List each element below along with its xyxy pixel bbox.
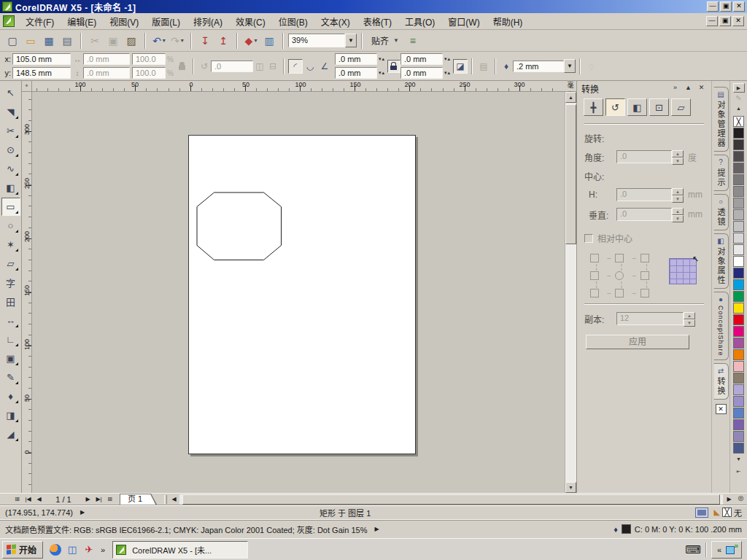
tab-transform[interactable]: ⇄转换 xyxy=(713,363,729,400)
open-button[interactable]: ▭ xyxy=(22,32,39,50)
input-method-icon[interactable]: ⌨ xyxy=(685,543,701,556)
menu-item-2[interactable]: 视图(V) xyxy=(103,14,145,29)
redo-button[interactable]: ↷▾ xyxy=(169,32,186,50)
color-swatch[interactable] xyxy=(733,198,744,209)
canvas[interactable] xyxy=(32,92,565,493)
media-player-icon[interactable] xyxy=(49,543,62,556)
round-corner-button[interactable]: ◜ xyxy=(288,59,303,74)
menu-item-3[interactable]: 版面(L) xyxy=(145,14,187,29)
color-swatch[interactable] xyxy=(733,408,744,419)
document-icon[interactable] xyxy=(3,15,15,27)
angle-input[interactable]: .0 xyxy=(616,150,672,163)
color-swatch[interactable] xyxy=(733,256,744,267)
menu-item-7[interactable]: 文本(X) xyxy=(314,14,357,29)
object-height-input[interactable]: .0 mm xyxy=(83,67,130,79)
horizontal-scroll-thumb[interactable] xyxy=(182,494,720,505)
relative-center-checkbox[interactable] xyxy=(584,234,593,243)
ellipse-tool[interactable]: ○ xyxy=(1,217,20,235)
tray-collapse-chevron[interactable]: « xyxy=(716,545,723,554)
lock-ratio-button[interactable] xyxy=(176,60,189,73)
spinner[interactable]: ▾▴ xyxy=(444,56,451,62)
color-swatch[interactable] xyxy=(733,244,744,255)
spinner[interactable]: ▾▴ xyxy=(379,56,385,62)
minimize-button[interactable]: — xyxy=(707,1,719,12)
vertical-scroll-thumb[interactable] xyxy=(565,104,576,244)
tab-object-manager[interactable]: ▤对象管理器 xyxy=(713,87,729,152)
menu-item-6[interactable]: 位图(B) xyxy=(272,14,314,29)
anchor-point[interactable] xyxy=(615,254,624,262)
edit-corners-together-lock-button[interactable] xyxy=(387,60,400,73)
copy-button[interactable]: ▣ xyxy=(104,32,122,50)
tab-scroll-splitter[interactable] xyxy=(164,495,167,504)
horizontal-ruler[interactable]: 10050050100150200250300 xyxy=(32,81,565,92)
shape-tool[interactable]: ◥ xyxy=(1,103,20,121)
v-center-input[interactable]: .0 xyxy=(616,208,672,221)
object-x-input[interactable]: 105.0 mm xyxy=(12,53,71,65)
doc-restore-button[interactable]: ▣ xyxy=(719,16,731,26)
navigator-button[interactable]: ◎ xyxy=(735,494,747,505)
pick-tool[interactable]: ↖ xyxy=(1,84,20,102)
color-swatch[interactable] xyxy=(733,314,744,325)
page[interactable] xyxy=(188,135,416,454)
tab-object-properties[interactable]: ◧对象属性 xyxy=(713,233,729,289)
v-spinner[interactable]: ▲▼ xyxy=(672,208,684,221)
outline-color-swatch[interactable] xyxy=(622,524,631,534)
transform-scale-mirror-button[interactable]: ◧ xyxy=(627,98,647,116)
color-swatch[interactable] xyxy=(733,186,744,197)
docker-tabs-close-icon[interactable]: ✕ xyxy=(716,404,727,414)
basic-shapes-tool[interactable]: ▱ xyxy=(1,254,20,273)
color-swatch[interactable] xyxy=(733,396,744,407)
palette-scroll-up-button[interactable]: ▲ xyxy=(733,104,745,114)
import-button[interactable]: ↧ xyxy=(196,32,214,50)
network-status-icon[interactable] xyxy=(726,545,738,554)
anchor-point[interactable] xyxy=(640,254,649,262)
object-width-input[interactable]: .0 mm xyxy=(83,53,130,65)
save-button[interactable]: ▦ xyxy=(40,32,58,50)
to-front-button[interactable]: ◌ xyxy=(584,59,599,74)
zoom-dropdown-arrow[interactable]: ▼ xyxy=(345,34,357,47)
coreldraw-task-button[interactable]: CorelDRAW X5 - [未... xyxy=(112,541,248,559)
copies-spinner[interactable]: ▲▼ xyxy=(684,312,695,325)
fill-tool[interactable]: ◨ xyxy=(1,406,20,424)
hscroll-left-button[interactable]: ◀ xyxy=(169,494,179,505)
anchor-point[interactable] xyxy=(615,271,624,280)
color-swatch[interactable] xyxy=(733,233,744,244)
options-button[interactable]: ≡ xyxy=(404,32,422,50)
color-swatch[interactable] xyxy=(733,373,744,384)
color-swatch[interactable] xyxy=(733,419,744,430)
menu-item-5[interactable]: 效果(C) xyxy=(229,14,272,29)
doc-close-button[interactable]: ✕ xyxy=(732,16,744,26)
chamfered-corner-button[interactable]: ∠ xyxy=(317,59,332,74)
application-launcher-button[interactable]: ◆▾ xyxy=(242,32,260,50)
copies-input[interactable]: 12 xyxy=(616,312,684,325)
coreldraw-app-icon[interactable] xyxy=(2,1,12,12)
corner-radius-input-1[interactable]: .0 mm xyxy=(335,53,377,65)
anchor-point-grid[interactable]: ––¦¦¦––¦¦¦–– xyxy=(590,254,653,298)
anchor-point[interactable] xyxy=(590,271,599,280)
smart-fill-tool[interactable]: ◧ xyxy=(1,179,20,197)
browser-icon[interactable]: ◫ xyxy=(66,543,79,556)
color-swatch[interactable] xyxy=(733,128,744,139)
last-page-button[interactable]: ▶| xyxy=(93,494,104,505)
welcome-screen-button[interactable]: ▥ xyxy=(260,32,278,50)
corner-radius-input-2[interactable]: .0 mm xyxy=(335,67,377,79)
outline-pen-tool[interactable]: ♦ xyxy=(1,387,20,405)
color-swatch[interactable] xyxy=(733,303,744,314)
start-button[interactable]: 开始 xyxy=(2,541,43,559)
paste-button[interactable]: ▨ xyxy=(123,32,140,50)
add-page-start-button[interactable]: ⊞ xyxy=(12,494,23,505)
corner-radius-input-4[interactable]: .0 mm xyxy=(400,67,443,79)
menu-item-0[interactable]: 文件(F) xyxy=(19,14,61,29)
zoom-tool[interactable]: ⊙ xyxy=(1,141,20,159)
vertical-ruler[interactable]: 300250200150100500 xyxy=(22,92,32,493)
color-swatch[interactable] xyxy=(733,291,744,302)
anchor-point[interactable] xyxy=(590,254,599,262)
menu-item-11[interactable]: 帮助(H) xyxy=(487,14,530,29)
palette-eyedropper-icon[interactable]: ✎ xyxy=(735,94,741,104)
color-swatch[interactable] xyxy=(733,151,744,162)
tab-conceptshare[interactable]: ●ConceptShare xyxy=(713,292,729,360)
text-tool[interactable]: 字 xyxy=(1,273,20,292)
vertical-scrollbar[interactable]: ▲ ▼ xyxy=(565,92,576,493)
page-tab[interactable]: 页 1 xyxy=(120,494,155,505)
anchor-point[interactable] xyxy=(590,289,599,298)
